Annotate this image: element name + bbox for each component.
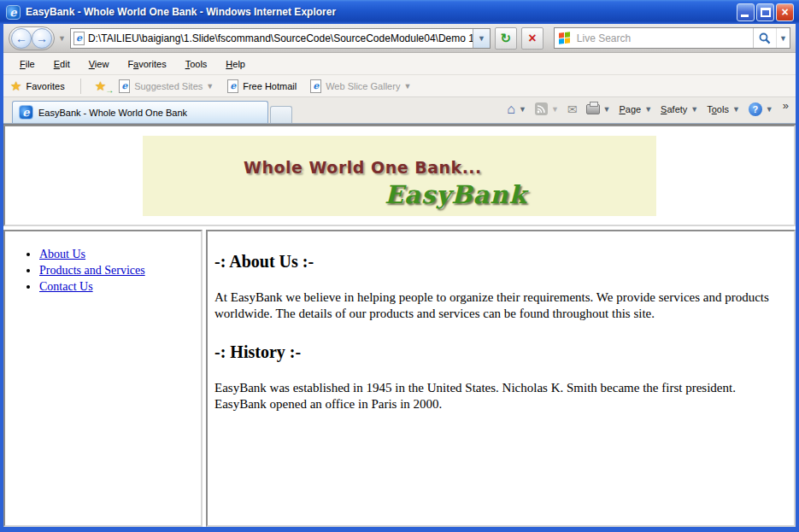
maximize-icon [761, 8, 771, 17]
ie-page-icon: e [227, 79, 238, 93]
tab-easybank[interactable]: e EasyBank - Whole World One Bank [12, 101, 268, 123]
tab-favicon-icon: e [19, 105, 33, 120]
menu-help[interactable]: Help [216, 56, 255, 73]
print-button[interactable]: ▼ [582, 102, 615, 117]
favorites-star-icon: ★ [10, 79, 21, 94]
printer-icon [586, 104, 600, 114]
feeds-button[interactable]: ▼ [531, 100, 563, 118]
minimize-button[interactable] [737, 3, 755, 21]
address-bar[interactable]: e D:\TAILIEU\baigiang\1.Slide\fscommand\… [70, 28, 491, 49]
web-slice-gallery-item[interactable]: e Web Slice Gallery ▼ [310, 79, 411, 93]
ie-page-icon: e [310, 79, 321, 93]
search-button[interactable] [753, 28, 776, 48]
page-content: Whole World One Bank... EasyBank About U… [3, 124, 796, 527]
page-favicon-icon: e [73, 32, 85, 45]
menu-bar: File Edit View Favorites Tools Help [3, 53, 796, 75]
free-hotmail-item[interactable]: e Free Hotmail [227, 79, 297, 93]
search-options-dropdown[interactable]: ▼ [776, 28, 790, 48]
list-item: About Us [39, 246, 201, 262]
live-search-logo-icon [559, 32, 571, 44]
stop-button[interactable]: × [521, 27, 543, 50]
menu-file[interactable]: File [10, 56, 44, 73]
rss-icon [535, 102, 548, 115]
divider [80, 79, 81, 94]
add-star-icon: ★ [95, 79, 106, 94]
tools-menu-button[interactable]: Tools▼ [702, 102, 744, 117]
address-dropdown-button[interactable]: ▼ [473, 29, 490, 48]
add-favorites-button[interactable]: ★ → [95, 79, 110, 94]
magnifier-icon [759, 32, 771, 44]
link-about-us[interactable]: About Us [39, 248, 85, 260]
recent-pages-dropdown[interactable]: ▼ [58, 34, 66, 43]
minimize-icon [741, 15, 749, 17]
home-button[interactable]: ⌂▼ [502, 100, 531, 119]
command-bar: ⌂▼ ▼ ✉ ▼ Page▼ Safety▼ Tools▼ ?▼ » [502, 97, 790, 123]
close-button[interactable]: × [776, 3, 794, 21]
new-tab-button[interactable] [270, 106, 292, 123]
search-box[interactable]: Live Search ▼ [554, 27, 790, 49]
banner-image: Whole World One Bank... EasyBank [143, 136, 656, 216]
menu-edit[interactable]: Edit [44, 56, 79, 73]
green-arrow-icon: → [105, 85, 114, 95]
ie-page-icon: e [119, 79, 130, 93]
read-mail-button[interactable]: ✉ [563, 101, 582, 118]
list-item: Products and Services [39, 262, 201, 278]
tab-title: EasyBank - Whole World One Bank [38, 108, 187, 118]
chevron-down-icon: ▼ [206, 82, 214, 91]
refresh-icon: ↻ [501, 31, 512, 46]
forward-button[interactable]: → [32, 28, 52, 49]
title-bar: e EasyBank - Whole World One Bank - Wind… [0, 0, 799, 24]
history-paragraph: EasyBank was established in 1945 in the … [214, 380, 772, 412]
window-title: EasyBank - Whole World One Bank - Window… [26, 6, 737, 18]
forward-arrow-icon: → [36, 32, 48, 45]
main-content-frame: -: About Us :- At EasyBank we believe in… [206, 230, 796, 527]
banner-tagline: Whole World One Bank... [244, 158, 482, 177]
chevron-down-icon: ▼ [403, 82, 411, 91]
home-icon: ⌂ [507, 102, 515, 116]
lower-frames: About Us Products and Services Contact U… [3, 230, 796, 527]
nav-link-list: About Us Products and Services Contact U… [39, 246, 201, 295]
address-input[interactable]: D:\TAILIEU\baigiang\1.Slide\fscommand\So… [88, 32, 473, 44]
history-heading: -: History :- [214, 342, 772, 362]
nav-button-group: ← → [9, 26, 55, 50]
mail-icon: ✉ [567, 103, 578, 115]
ie-logo-icon: e [6, 5, 21, 20]
list-item: Contact Us [39, 278, 201, 295]
menu-favorites[interactable]: Favorites [118, 56, 175, 73]
link-products-and-services[interactable]: Products and Services [39, 264, 145, 277]
help-icon: ? [749, 102, 762, 116]
back-arrow-icon: ← [15, 32, 27, 45]
stop-icon: × [528, 31, 536, 46]
close-icon: × [777, 4, 793, 20]
navigation-bar: ← → ▼ e D:\TAILIEU\baigiang\1.Slide\fsco… [3, 24, 796, 53]
favorites-button[interactable]: Favorites [26, 81, 64, 91]
about-us-paragraph: At EasyBank we believe in helping people… [214, 289, 772, 322]
refresh-button[interactable]: ↻ [495, 27, 517, 50]
favorites-bar: ★ Favorites ★ → e Suggested Sites ▼ e Fr… [3, 75, 796, 97]
about-us-heading: -: About Us :- [214, 252, 772, 272]
browser-window: e EasyBank - Whole World One Bank - Wind… [0, 0, 799, 532]
safety-menu-button[interactable]: Safety▼ [656, 102, 702, 117]
help-button[interactable]: ?▼ [744, 100, 778, 119]
page-menu-button[interactable]: Page▼ [614, 102, 656, 117]
toolbar-overflow-button[interactable]: » [783, 97, 789, 112]
link-contact-us[interactable]: Contact Us [39, 280, 93, 293]
navigation-frame: About Us Products and Services Contact U… [3, 230, 203, 527]
search-input[interactable]: Live Search [577, 32, 753, 44]
window-body: ← → ▼ e D:\TAILIEU\baigiang\1.Slide\fsco… [0, 24, 799, 532]
banner-logo-text: EasyBank [385, 180, 527, 209]
maximize-button[interactable] [756, 3, 774, 21]
banner-frame: Whole World One Bank... EasyBank [3, 125, 796, 226]
menu-tools[interactable]: Tools [176, 56, 217, 73]
tab-bar: e EasyBank - Whole World One Bank ⌂▼ ▼ ✉… [3, 97, 796, 124]
menu-view[interactable]: View [79, 56, 119, 73]
suggested-sites-item[interactable]: e Suggested Sites ▼ [119, 79, 214, 93]
back-button[interactable]: ← [11, 28, 32, 49]
